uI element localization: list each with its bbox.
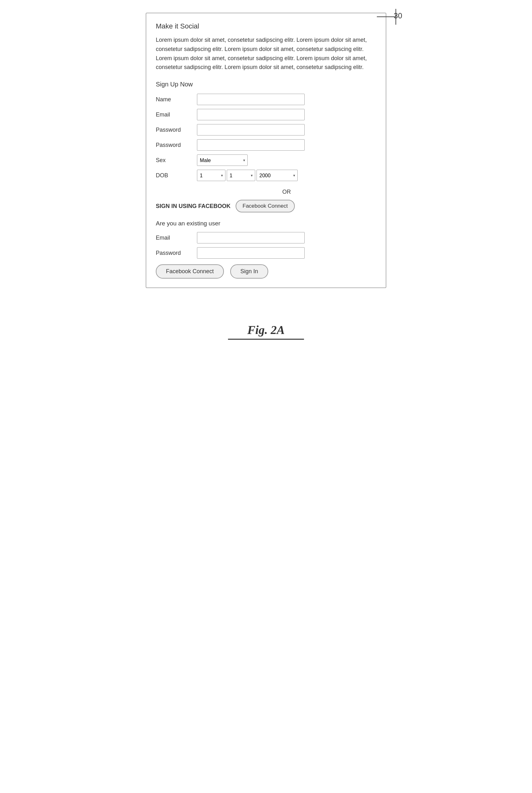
existing-email-label: Email <box>156 235 197 241</box>
email-label: Email <box>156 112 197 118</box>
name-input[interactable] <box>197 94 305 105</box>
sex-select[interactable]: Male Female <box>197 154 248 166</box>
password-label: Password <box>156 127 197 133</box>
fig-underline <box>228 339 304 340</box>
facebook-connect-button-bottom[interactable]: Facebook Connect <box>156 264 224 278</box>
email-input[interactable] <box>197 109 305 120</box>
existing-email-input[interactable] <box>197 232 305 244</box>
password2-input[interactable] <box>197 139 305 151</box>
password-row: Password <box>156 124 376 135</box>
existing-user-form: Email Password <box>156 232 376 259</box>
dob-day-select[interactable]: 1234 5678 9101112 13141516 17181920 2122… <box>227 170 255 181</box>
dob-year-select[interactable]: 2000199919981997 1996199519901985 198019… <box>256 170 298 181</box>
dob-day-wrapper: 1234 5678 9101112 13141516 17181920 2122… <box>227 170 255 181</box>
facebook-connect-button-top[interactable]: Facebook Connect <box>235 200 295 212</box>
signup-form: Name Email Password Password <box>156 94 376 181</box>
password-input[interactable] <box>197 124 305 135</box>
password2-row: Password <box>156 139 376 151</box>
panel-title: Make it Social <box>156 22 376 31</box>
dob-month-select[interactable]: 1234 5678 9101112 <box>197 170 226 181</box>
fig-label: Fig. 2A <box>247 323 285 337</box>
sign-in-button[interactable]: Sign In <box>230 264 268 278</box>
lorem-text: Lorem ipsum dolor sit amet, consetetur s… <box>156 36 376 72</box>
dob-label: DOB <box>156 172 197 179</box>
dob-row: DOB 1234 5678 9101112 1234 <box>156 170 376 181</box>
sex-label: Sex <box>156 157 197 164</box>
figure-number: 30 <box>394 12 402 20</box>
existing-email-row: Email <box>156 232 376 244</box>
sex-row: Sex Male Female <box>156 154 376 166</box>
existing-user-label: Are you an existing user <box>156 220 376 227</box>
or-row: OR <box>156 189 376 195</box>
facebook-signin-label: SIGN IN USING FACEBOOK <box>156 203 230 210</box>
sex-select-wrapper: Male Female <box>197 154 248 166</box>
bottom-buttons: Facebook Connect Sign In <box>156 264 376 278</box>
dob-month-wrapper: 1234 5678 9101112 <box>197 170 226 181</box>
existing-password-input[interactable] <box>197 247 305 259</box>
name-row: Name <box>156 94 376 105</box>
email-row: Email <box>156 109 376 120</box>
existing-password-label: Password <box>156 250 197 256</box>
page-wrapper: 30 Make it Social Lorem ipsum dolor sit … <box>130 13 402 340</box>
facebook-signin-row: SIGN IN USING FACEBOOK Facebook Connect <box>156 200 376 212</box>
dob-year-wrapper: 2000199919981997 1996199519901985 198019… <box>256 170 298 181</box>
dob-selects: 1234 5678 9101112 1234 5678 9101112 1314… <box>197 170 298 181</box>
diagram-container: 30 Make it Social Lorem ipsum dolor sit … <box>146 13 386 288</box>
password2-label: Password <box>156 142 197 149</box>
or-text: OR <box>283 189 291 195</box>
name-label: Name <box>156 96 197 103</box>
existing-password-row: Password <box>156 247 376 259</box>
ui-panel: Make it Social Lorem ipsum dolor sit ame… <box>146 13 386 288</box>
signup-section-title: Sign Up Now <box>156 81 376 88</box>
